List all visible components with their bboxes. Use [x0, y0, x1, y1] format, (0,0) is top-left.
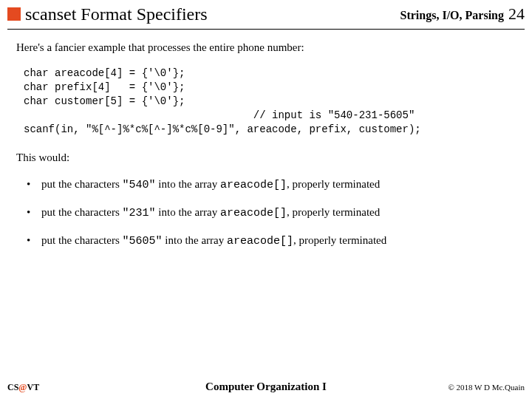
li-code: areacode[]: [227, 235, 293, 248]
slide-title: scanset Format Specifiers: [25, 4, 400, 24]
li-code: "540": [123, 179, 156, 191]
li-text: , properly terminated: [287, 178, 380, 190]
li-text: put the characters: [41, 206, 123, 218]
page-number: 24: [508, 4, 525, 24]
li-code: "231": [123, 207, 156, 219]
li-text: , properly terminated: [287, 206, 380, 218]
header: scanset Format Specifiers Strings, I/O, …: [0, 0, 532, 24]
list-item: put the characters "5605" into the array…: [37, 228, 516, 256]
footer-cs: CS: [7, 382, 18, 392]
li-text: into the array: [156, 206, 220, 218]
footer-left: CS@VT: [7, 382, 39, 393]
list-item: put the characters "231" into the array …: [37, 200, 516, 228]
li-text: put the characters: [41, 178, 123, 190]
code-block: char areacode[4] = {'\0'}; char prefix[4…: [16, 65, 516, 137]
section-label: Strings, I/O, Parsing: [400, 9, 504, 22]
li-text: into the array: [156, 178, 220, 190]
footer-at: @: [18, 382, 27, 392]
bullet-list: put the characters "540" into the array …: [16, 172, 516, 257]
list-item: put the characters "540" into the array …: [37, 172, 516, 200]
title-bullet-icon: [7, 7, 21, 21]
explain-label: This would:: [16, 150, 516, 165]
footer-right: © 2018 W D Mc.Quain: [448, 383, 525, 392]
li-text: into the array: [163, 234, 227, 246]
footer: CS@VT Computer Organization I © 2018 W D…: [0, 382, 532, 393]
li-text: , properly terminated: [293, 234, 386, 246]
li-code: "5605": [123, 235, 163, 248]
li-code: areacode[]: [220, 207, 287, 219]
slide: scanset Format Specifiers Strings, I/O, …: [0, 0, 532, 399]
intro-text: Here's a fancier example that processes …: [16, 40, 516, 55]
li-text: put the characters: [41, 234, 123, 246]
body: Here's a fancier example that processes …: [0, 30, 532, 257]
li-code: areacode[]: [220, 179, 287, 191]
footer-center: Computer Organization I: [205, 381, 327, 393]
footer-vt: VT: [27, 382, 40, 392]
header-right: Strings, I/O, Parsing 24: [400, 4, 525, 24]
